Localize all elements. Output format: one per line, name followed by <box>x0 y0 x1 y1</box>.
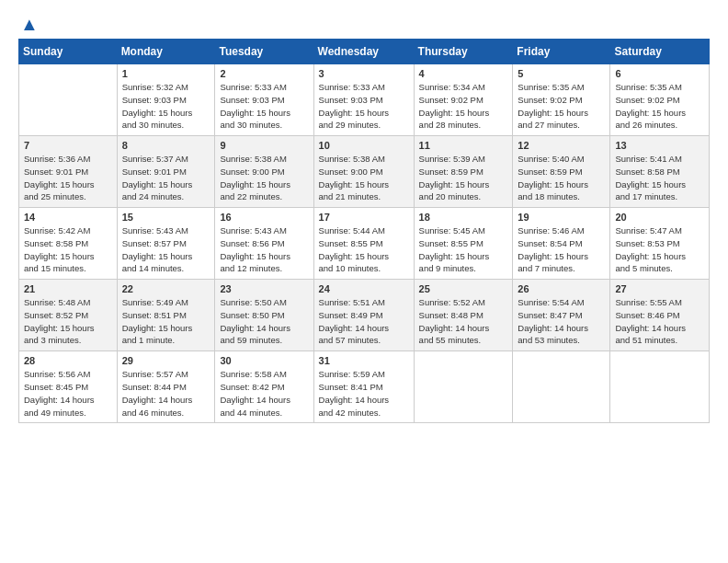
day-info: Sunrise: 5:46 AM Sunset: 8:54 PM Dayligh… <box>518 224 605 275</box>
day-cell <box>610 351 710 423</box>
day-cell: 6Sunrise: 5:35 AM Sunset: 9:02 PM Daylig… <box>610 64 710 136</box>
day-cell: 28Sunrise: 5:56 AM Sunset: 8:45 PM Dayli… <box>19 351 118 423</box>
day-info: Sunrise: 5:35 AM Sunset: 9:02 PM Dayligh… <box>518 81 605 132</box>
day-number: 24 <box>319 283 409 294</box>
day-info: Sunrise: 5:57 AM Sunset: 8:44 PM Dayligh… <box>122 368 210 419</box>
day-info: Sunrise: 5:44 AM Sunset: 8:55 PM Dayligh… <box>319 224 409 275</box>
day-number: 2 <box>220 68 308 79</box>
day-info: Sunrise: 5:38 AM Sunset: 9:00 PM Dayligh… <box>319 153 409 203</box>
day-cell: 13Sunrise: 5:41 AM Sunset: 8:58 PM Dayli… <box>610 136 710 208</box>
day-number: 13 <box>615 140 704 151</box>
day-number: 21 <box>24 283 112 294</box>
calendar-table: SundayMondayTuesdayWednesdayThursdayFrid… <box>18 39 710 423</box>
day-number: 22 <box>122 283 210 294</box>
day-cell: 19Sunrise: 5:46 AM Sunset: 8:54 PM Dayli… <box>513 208 610 280</box>
day-cell: 18Sunrise: 5:45 AM Sunset: 8:55 PM Dayli… <box>414 208 513 280</box>
day-number: 29 <box>122 355 210 366</box>
day-info: Sunrise: 5:33 AM Sunset: 9:03 PM Dayligh… <box>220 81 308 132</box>
day-cell <box>19 64 118 136</box>
day-header-monday: Monday <box>117 40 215 64</box>
day-cell: 11Sunrise: 5:39 AM Sunset: 8:59 PM Dayli… <box>414 136 513 208</box>
day-cell: 20Sunrise: 5:47 AM Sunset: 8:53 PM Dayli… <box>610 208 710 280</box>
day-cell: 29Sunrise: 5:57 AM Sunset: 8:44 PM Dayli… <box>117 351 215 423</box>
day-cell: 27Sunrise: 5:55 AM Sunset: 8:46 PM Dayli… <box>610 280 710 351</box>
day-info: Sunrise: 5:56 AM Sunset: 8:45 PM Dayligh… <box>24 368 112 419</box>
day-info: Sunrise: 5:40 AM Sunset: 8:59 PM Dayligh… <box>518 153 605 203</box>
day-cell: 30Sunrise: 5:58 AM Sunset: 8:42 PM Dayli… <box>215 351 313 423</box>
day-number: 27 <box>615 283 704 294</box>
week-row-2: 7Sunrise: 5:36 AM Sunset: 9:01 PM Daylig… <box>19 136 710 208</box>
day-info: Sunrise: 5:55 AM Sunset: 8:46 PM Dayligh… <box>615 296 704 347</box>
day-info: Sunrise: 5:51 AM Sunset: 8:49 PM Dayligh… <box>319 296 409 347</box>
logo: ▲ <box>18 14 39 31</box>
day-number: 15 <box>122 212 210 223</box>
day-cell: 9Sunrise: 5:38 AM Sunset: 9:00 PM Daylig… <box>215 136 313 208</box>
day-info: Sunrise: 5:41 AM Sunset: 8:58 PM Dayligh… <box>615 153 704 203</box>
day-info: Sunrise: 5:38 AM Sunset: 9:00 PM Dayligh… <box>220 153 308 203</box>
day-cell: 12Sunrise: 5:40 AM Sunset: 8:59 PM Dayli… <box>513 136 610 208</box>
day-info: Sunrise: 5:50 AM Sunset: 8:50 PM Dayligh… <box>220 296 308 347</box>
day-header-friday: Friday <box>513 40 610 64</box>
day-number: 19 <box>518 212 605 223</box>
day-info: Sunrise: 5:42 AM Sunset: 8:58 PM Dayligh… <box>24 224 112 275</box>
day-cell: 15Sunrise: 5:43 AM Sunset: 8:57 PM Dayli… <box>117 208 215 280</box>
day-header-wednesday: Wednesday <box>313 40 414 64</box>
day-cell: 22Sunrise: 5:49 AM Sunset: 8:51 PM Dayli… <box>117 280 215 351</box>
day-number: 7 <box>24 140 112 151</box>
day-header-tuesday: Tuesday <box>215 40 313 64</box>
day-info: Sunrise: 5:54 AM Sunset: 8:47 PM Dayligh… <box>518 296 605 347</box>
day-number: 30 <box>220 355 308 366</box>
day-info: Sunrise: 5:47 AM Sunset: 8:53 PM Dayligh… <box>615 224 704 275</box>
day-info: Sunrise: 5:45 AM Sunset: 8:55 PM Dayligh… <box>419 224 508 275</box>
day-number: 12 <box>518 140 605 151</box>
day-info: Sunrise: 5:35 AM Sunset: 9:02 PM Dayligh… <box>615 81 704 132</box>
day-number: 8 <box>122 140 210 151</box>
day-number: 25 <box>419 283 508 294</box>
week-row-5: 28Sunrise: 5:56 AM Sunset: 8:45 PM Dayli… <box>19 351 710 423</box>
day-number: 5 <box>518 68 605 79</box>
day-header-thursday: Thursday <box>414 40 513 64</box>
day-cell: 1Sunrise: 5:32 AM Sunset: 9:03 PM Daylig… <box>117 64 215 136</box>
day-cell: 10Sunrise: 5:38 AM Sunset: 9:00 PM Dayli… <box>313 136 414 208</box>
day-cell: 21Sunrise: 5:48 AM Sunset: 8:52 PM Dayli… <box>19 280 118 351</box>
day-info: Sunrise: 5:52 AM Sunset: 8:48 PM Dayligh… <box>419 296 508 347</box>
day-cell: 16Sunrise: 5:43 AM Sunset: 8:56 PM Dayli… <box>215 208 313 280</box>
day-info: Sunrise: 5:59 AM Sunset: 8:41 PM Dayligh… <box>319 368 409 419</box>
day-number: 20 <box>615 212 704 223</box>
day-cell: 3Sunrise: 5:33 AM Sunset: 9:03 PM Daylig… <box>313 64 414 136</box>
day-cell: 8Sunrise: 5:37 AM Sunset: 9:01 PM Daylig… <box>117 136 215 208</box>
day-info: Sunrise: 5:33 AM Sunset: 9:03 PM Dayligh… <box>319 81 409 132</box>
day-info: Sunrise: 5:36 AM Sunset: 9:01 PM Dayligh… <box>24 153 112 203</box>
day-info: Sunrise: 5:39 AM Sunset: 8:59 PM Dayligh… <box>419 153 508 203</box>
day-number: 3 <box>319 68 409 79</box>
day-number: 17 <box>319 212 409 223</box>
week-row-3: 14Sunrise: 5:42 AM Sunset: 8:58 PM Dayli… <box>19 208 710 280</box>
day-number: 1 <box>122 68 210 79</box>
day-number: 18 <box>419 212 508 223</box>
day-number: 26 <box>518 283 605 294</box>
day-number: 31 <box>319 355 409 366</box>
day-info: Sunrise: 5:37 AM Sunset: 9:01 PM Dayligh… <box>122 153 210 203</box>
day-number: 10 <box>319 140 409 151</box>
day-info: Sunrise: 5:34 AM Sunset: 9:02 PM Dayligh… <box>419 81 508 132</box>
day-number: 28 <box>24 355 112 366</box>
day-cell: 17Sunrise: 5:44 AM Sunset: 8:55 PM Dayli… <box>313 208 414 280</box>
day-info: Sunrise: 5:49 AM Sunset: 8:51 PM Dayligh… <box>122 296 210 347</box>
day-cell: 2Sunrise: 5:33 AM Sunset: 9:03 PM Daylig… <box>215 64 313 136</box>
day-cell: 7Sunrise: 5:36 AM Sunset: 9:01 PM Daylig… <box>19 136 118 208</box>
day-number: 9 <box>220 140 308 151</box>
day-number: 6 <box>615 68 704 79</box>
header: ▲ <box>18 14 710 31</box>
day-number: 16 <box>220 212 308 223</box>
day-cell: 31Sunrise: 5:59 AM Sunset: 8:41 PM Dayli… <box>313 351 414 423</box>
day-number: 23 <box>220 283 308 294</box>
day-info: Sunrise: 5:43 AM Sunset: 8:57 PM Dayligh… <box>122 224 210 275</box>
day-cell: 25Sunrise: 5:52 AM Sunset: 8:48 PM Dayli… <box>414 280 513 351</box>
header-row: SundayMondayTuesdayWednesdayThursdayFrid… <box>19 40 710 64</box>
day-cell: 24Sunrise: 5:51 AM Sunset: 8:49 PM Dayli… <box>313 280 414 351</box>
logo-icon: ▲ <box>20 14 39 35</box>
day-cell: 14Sunrise: 5:42 AM Sunset: 8:58 PM Dayli… <box>19 208 118 280</box>
day-number: 14 <box>24 212 112 223</box>
day-info: Sunrise: 5:43 AM Sunset: 8:56 PM Dayligh… <box>220 224 308 275</box>
day-cell: 5Sunrise: 5:35 AM Sunset: 9:02 PM Daylig… <box>513 64 610 136</box>
